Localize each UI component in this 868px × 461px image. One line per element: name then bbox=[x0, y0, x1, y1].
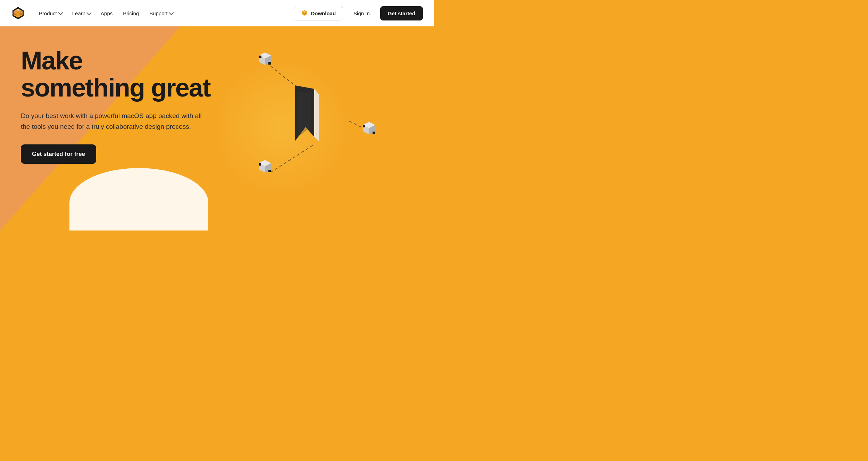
svg-rect-20 bbox=[259, 56, 261, 58]
nav-learn[interactable]: Learn bbox=[68, 8, 94, 19]
signin-button[interactable]: Sign In bbox=[347, 7, 376, 20]
svg-rect-31 bbox=[373, 132, 375, 134]
logo[interactable] bbox=[11, 6, 25, 20]
nav-apps[interactable]: Apps bbox=[97, 8, 117, 19]
svg-line-15 bbox=[271, 144, 314, 172]
hero-section: Make something great Do your best work w… bbox=[0, 26, 434, 230]
hero-subtext: Do your best work with a powerful macOS … bbox=[21, 111, 208, 132]
navbar: Product Learn Apps Pricing Support Downl… bbox=[0, 0, 434, 26]
nav-support-label: Support bbox=[149, 10, 168, 16]
nav-actions: Download Sign In Get started bbox=[294, 6, 423, 20]
hero-content: Make something great Do your best work w… bbox=[21, 47, 210, 164]
download-button[interactable]: Download bbox=[294, 6, 343, 20]
get-started-hero-button[interactable]: Get started for free bbox=[21, 144, 96, 164]
chevron-down-icon bbox=[169, 10, 174, 15]
hero-headline-line1: Make bbox=[21, 46, 82, 75]
get-started-nav-button[interactable]: Get started bbox=[380, 6, 423, 20]
nav-pricing-label: Pricing bbox=[123, 10, 139, 16]
signin-label: Sign In bbox=[353, 10, 370, 16]
sketch-logo-icon bbox=[11, 6, 25, 20]
svg-rect-25 bbox=[259, 163, 261, 166]
sketch-small-icon bbox=[301, 10, 308, 17]
svg-rect-21 bbox=[268, 62, 271, 65]
hero-headline: Make something great bbox=[21, 47, 210, 101]
nav-learn-label: Learn bbox=[72, 10, 85, 16]
svg-rect-26 bbox=[268, 170, 271, 172]
svg-rect-30 bbox=[363, 125, 365, 127]
nav-support[interactable]: Support bbox=[145, 8, 177, 19]
download-label: Download bbox=[311, 10, 336, 16]
nav-pricing[interactable]: Pricing bbox=[119, 8, 143, 19]
nav-product[interactable]: Product bbox=[35, 8, 66, 19]
svg-marker-35 bbox=[314, 89, 319, 141]
hero-illustration bbox=[240, 33, 413, 228]
get-started-nav-label: Get started bbox=[388, 10, 415, 16]
hero-headline-line2: something great bbox=[21, 73, 210, 102]
chevron-down-icon bbox=[58, 10, 63, 15]
cursor-illustration bbox=[240, 33, 413, 228]
chevron-down-icon bbox=[86, 10, 91, 15]
nav-links: Product Learn Apps Pricing Support bbox=[35, 8, 294, 19]
nav-apps-label: Apps bbox=[101, 10, 112, 16]
hero-cta-label: Get started for free bbox=[32, 151, 85, 157]
nav-product-label: Product bbox=[39, 10, 57, 16]
